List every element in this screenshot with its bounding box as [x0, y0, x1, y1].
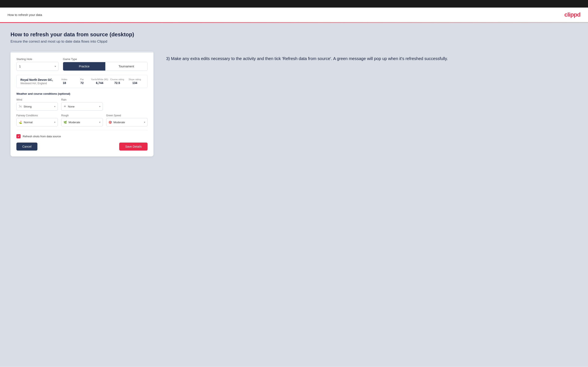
- instruction-text: 3) Make any extra edits necessary to the…: [166, 55, 578, 62]
- rain-value: None: [68, 105, 97, 108]
- wind-label: Wind: [16, 98, 58, 101]
- surface-conditions-row: Fairway Conditions Normal ▾ Rough Modera…: [16, 114, 147, 126]
- holes-value: 18: [63, 81, 66, 85]
- logo: clippd: [564, 11, 580, 18]
- rough-chevron-icon: ▾: [99, 121, 101, 124]
- rough-icon: [63, 120, 67, 124]
- rain-chevron-icon: ▾: [99, 105, 101, 108]
- refresh-row: ✓ Refresh shots from data source: [16, 134, 147, 138]
- slope-rating-label: Slope rating: [126, 78, 144, 81]
- holes-label: Holes: [55, 78, 73, 81]
- wind-select[interactable]: Strong ▾: [16, 102, 58, 111]
- save-button[interactable]: Save Details: [119, 142, 147, 150]
- refresh-label: Refresh shots from data source: [23, 135, 61, 138]
- course-stat-holes: Holes 18: [55, 78, 73, 85]
- par-label: Par: [73, 78, 91, 81]
- rain-select[interactable]: None ▾: [61, 102, 103, 111]
- refresh-checkbox[interactable]: ✓: [16, 134, 21, 138]
- par-value: 72: [80, 81, 84, 85]
- conditions-section-title: Weather and course conditions (optional): [16, 92, 147, 95]
- yards-label: Yards/White (M)): [91, 78, 108, 81]
- wind-chevron-icon: ▾: [54, 105, 55, 108]
- slope-rating-value: 134: [132, 81, 137, 85]
- green-speed-label: Green Speed: [106, 114, 147, 117]
- card-top-strip: [10, 51, 154, 52]
- top-bar: [0, 0, 588, 8]
- game-type-label: Game Type: [63, 58, 147, 61]
- yards-value: 6,744: [96, 81, 103, 85]
- course-stat-course-rating: Course rating 72.5: [108, 78, 126, 85]
- course-stat-par: Par 72: [73, 78, 91, 85]
- rain-icon: [63, 105, 66, 108]
- action-row: Cancel Save Details: [16, 142, 147, 150]
- cancel-button[interactable]: Cancel: [16, 142, 37, 150]
- course-rating-label: Course rating: [108, 78, 126, 81]
- course-rating-value: 72.5: [114, 81, 120, 85]
- header: How to refresh your data clippd: [0, 8, 588, 22]
- checkmark-icon: ✓: [17, 135, 20, 138]
- wind-value: Strong: [24, 105, 52, 108]
- form-divider: [16, 130, 147, 130]
- green-speed-value: Moderate: [113, 121, 142, 124]
- fairway-label: Fairway Conditions: [16, 114, 58, 117]
- rough-group: Rough Moderate ▾: [61, 114, 103, 126]
- fairway-chevron-icon: ▾: [54, 121, 55, 124]
- green-speed-select[interactable]: Moderate ▾: [106, 118, 147, 126]
- rough-select[interactable]: Moderate ▾: [61, 118, 103, 126]
- rain-group: Rain None ▾: [61, 98, 103, 111]
- tournament-button[interactable]: Tournament: [105, 62, 147, 71]
- course-stat-slope-rating: Slope rating 134: [126, 78, 144, 85]
- fairway-select[interactable]: Normal ▾: [16, 118, 58, 126]
- course-location: Westward Ho!, England: [20, 82, 55, 85]
- practice-button[interactable]: Practice: [63, 62, 105, 71]
- content-row: Starting Hole 1 10 ▾ Game Type Practice …: [10, 51, 578, 156]
- green-speed-chevron-icon: ▾: [144, 121, 145, 124]
- instruction-panel: 3) Make any extra edits necessary to the…: [166, 51, 578, 62]
- rain-label: Rain: [61, 98, 103, 101]
- game-type-group: Game Type Practice Tournament: [63, 58, 147, 71]
- course-stat-yards: Yards/White (M)) 6,744: [91, 78, 108, 85]
- rough-value: Moderate: [69, 121, 97, 124]
- green-speed-icon: [108, 120, 112, 124]
- fairway-icon: [19, 120, 22, 124]
- wind-icon: [19, 105, 22, 108]
- wind-group: Wind Strong ▾: [16, 98, 58, 111]
- page-subtitle: Ensure the correct and most up to date d…: [10, 40, 578, 44]
- course-name-col: Royal North Devon GC, Westward Ho!, Engl…: [20, 78, 55, 85]
- fairway-value: Normal: [24, 121, 52, 124]
- starting-hole-select[interactable]: 1 10 ▾: [16, 62, 59, 71]
- main-content: How to refresh your data from source (de…: [0, 23, 588, 367]
- starting-hole-group: Starting Hole 1 10 ▾: [16, 58, 59, 71]
- starting-hole-input[interactable]: 1 10: [19, 65, 56, 68]
- header-title: How to refresh your data: [8, 13, 42, 17]
- wind-rain-row: Wind Strong ▾ Rain None ▾: [16, 98, 147, 111]
- course-name: Royal North Devon GC,: [20, 78, 55, 82]
- game-type-buttons: Practice Tournament: [63, 62, 147, 71]
- form-card: Starting Hole 1 10 ▾ Game Type Practice …: [10, 51, 154, 156]
- rough-label: Rough: [61, 114, 103, 117]
- fairway-group: Fairway Conditions Normal ▾: [16, 114, 58, 126]
- page-title: How to refresh your data from source (de…: [10, 31, 578, 38]
- starting-hole-label: Starting Hole: [16, 58, 59, 61]
- course-info-box: Royal North Devon GC, Westward Ho!, Engl…: [16, 75, 147, 88]
- green-speed-group: Green Speed Moderate ▾: [106, 114, 147, 126]
- form-row-top: Starting Hole 1 10 ▾ Game Type Practice …: [16, 58, 147, 71]
